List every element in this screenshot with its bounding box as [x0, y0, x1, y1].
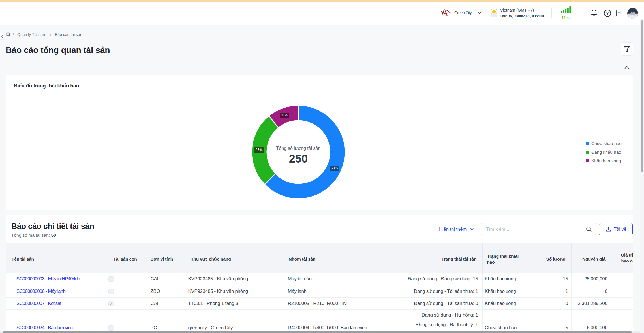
svg-text:?: ? — [606, 11, 609, 16]
